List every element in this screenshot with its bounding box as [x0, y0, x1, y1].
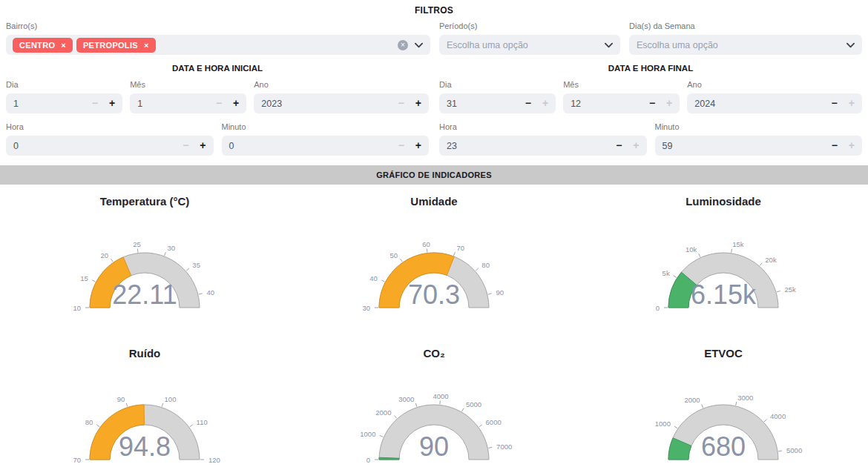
dia-semana-filter: Dia(s) da Semana Escolha uma opção	[629, 21, 862, 55]
field-value: 31	[447, 99, 457, 109]
gauge-tick-label: 90	[117, 395, 125, 403]
datetime-section: DATA E HORA INICIAL Dia 1 −+ Mês 1 −+	[0, 64, 868, 156]
gauge-tick-label: 5k	[662, 269, 670, 277]
gauges-grid: Temperatura (°C)1015202530354022.11Umida…	[0, 195, 868, 466]
minuto-final-input[interactable]: 59 −+	[655, 136, 863, 156]
gauge-tick-label: 2000	[684, 396, 700, 404]
dia-final-input[interactable]: 31 −+	[439, 93, 556, 113]
gauge-tick-label: 120	[208, 456, 220, 464]
gauge-tick-label: 5000	[786, 446, 802, 454]
gauge-chart: 05k10k15k20k25k6.15k	[627, 213, 820, 314]
dia-inicial-field: Dia 1 −+	[6, 80, 122, 113]
field-label: Dia	[6, 80, 122, 89]
selected-tag: CENTRO×	[13, 38, 73, 53]
dia-semana-select[interactable]: Escolha uma opção	[629, 35, 862, 55]
field-label: Minuto	[655, 122, 863, 131]
gauge-value: 680	[701, 431, 746, 462]
decrement-button[interactable]: −	[183, 136, 188, 156]
gauge-chart: 3040506070809070.3	[338, 213, 530, 314]
chevron-down-icon[interactable]	[415, 42, 423, 48]
ano-final-input[interactable]: 2024 −+	[687, 93, 862, 113]
increment-button[interactable]: +	[666, 93, 672, 113]
datetime-initial: DATA E HORA INICIAL Dia 1 −+ Mês 1 −+	[6, 64, 429, 156]
mes-final-input[interactable]: 12 −+	[563, 93, 680, 113]
gauge-tick-label: 4000	[770, 412, 786, 420]
mes-final-field: Mês 12 −+	[563, 80, 680, 113]
increment-button[interactable]: +	[415, 136, 421, 156]
bairro-tags: CENTRO×PETROPOLIS×	[9, 38, 398, 53]
gauge-title: CO₂	[423, 347, 444, 360]
tag-label: CENTRO	[19, 41, 55, 50]
field-value: 2023	[261, 99, 282, 109]
gauge-chart: 10002000300040005000680	[627, 365, 820, 466]
gauge-tick-label: 60	[422, 240, 430, 248]
gauge-chart: 70809010011012094.8	[48, 365, 241, 466]
decrement-button[interactable]: −	[832, 136, 838, 156]
field-value: 0	[229, 141, 234, 151]
gauge-chart: 0100020003000400050006000700090	[338, 365, 530, 466]
datetime-final: DATA E HORA FINAL Dia 31 −+ Mês 12 −+	[439, 64, 862, 156]
field-label: Minuto	[222, 122, 430, 131]
hora-final-field: Hora 23 −+	[439, 122, 647, 156]
ano-inicial-input[interactable]: 2023 −+	[254, 93, 429, 113]
decrement-button[interactable]: −	[525, 93, 531, 113]
gauge-temperatura-c: Temperatura (°C)1015202530354022.11	[0, 195, 289, 314]
tag-label: PETROPOLIS	[83, 41, 138, 50]
minuto-final-field: Minuto 59 −+	[655, 122, 863, 156]
periodo-filter: Período(s) Escolha uma opção	[439, 21, 620, 55]
gauge-chart: 1015202530354022.11	[48, 213, 241, 314]
gauge-tick-label: 20	[101, 251, 109, 259]
dia-final-field: Dia 31 −+	[439, 80, 556, 113]
hora-inicial-input[interactable]: 0 −+	[6, 136, 214, 156]
field-label: Hora	[6, 122, 214, 131]
minuto-inicial-input[interactable]: 0 −+	[222, 136, 430, 156]
gauge-co: CO₂0100020003000400050006000700090	[289, 347, 579, 466]
gauge-value: 90	[419, 431, 449, 462]
decrement-button[interactable]: −	[832, 93, 838, 113]
gauge-value: 70.3	[408, 279, 460, 310]
chevron-down-icon[interactable]	[605, 42, 613, 48]
gauge-title: Luminosidade	[685, 195, 761, 208]
dia-semana-placeholder: Escolha uma opção	[637, 40, 846, 50]
gauge-tick-label: 30	[362, 304, 370, 312]
gauge-tick-label: 70	[457, 244, 465, 252]
increment-button[interactable]: +	[233, 93, 239, 113]
bairro-multiselect[interactable]: CENTRO×PETROPOLIS× ×	[6, 35, 430, 55]
decrement-button[interactable]: −	[616, 136, 622, 156]
decrement-button[interactable]: −	[398, 93, 404, 113]
remove-tag-icon[interactable]: ×	[144, 41, 149, 50]
clear-selection-icon[interactable]: ×	[398, 40, 408, 50]
dia-inicial-input[interactable]: 1 −+	[6, 93, 122, 113]
hora-final-input[interactable]: 23 −+	[439, 136, 647, 156]
increment-button[interactable]: +	[633, 136, 639, 156]
gauge-tick-label: 80	[481, 261, 490, 269]
increment-button[interactable]: +	[415, 93, 421, 113]
gauge-tick-label: 30	[168, 244, 176, 252]
decrement-button[interactable]: −	[649, 93, 655, 113]
filters-row: Bairro(s) CENTRO×PETROPOLIS× × Período(s…	[0, 21, 868, 55]
gauge-title: ETVOC	[704, 347, 743, 360]
field-label: Hora	[439, 122, 647, 131]
decrement-button[interactable]: −	[398, 136, 404, 156]
field-label: Mês	[130, 80, 246, 89]
increment-button[interactable]: +	[200, 136, 206, 156]
field-value: 1	[13, 99, 19, 109]
chevron-down-icon[interactable]	[846, 42, 855, 48]
periodo-select[interactable]: Escolha uma opção	[439, 35, 620, 55]
field-label: Ano	[254, 80, 429, 89]
gauge-tick-label: 70	[73, 456, 81, 464]
filters-title: FILTROS	[0, 0, 868, 16]
gauge-luminosidade: Luminosidade05k10k15k20k25k6.15k	[579, 195, 868, 314]
field-label: Dia	[439, 80, 556, 89]
remove-tag-icon[interactable]: ×	[61, 41, 66, 50]
decrement-button[interactable]: −	[216, 93, 222, 113]
decrement-button[interactable]: −	[92, 93, 98, 113]
gauge-tick-label: 40	[207, 288, 215, 297]
increment-button[interactable]: +	[542, 93, 548, 113]
increment-button[interactable]: +	[849, 136, 855, 156]
mes-inicial-input[interactable]: 1 −+	[130, 93, 246, 113]
dia-semana-label: Dia(s) da Semana	[629, 21, 862, 30]
gauge-value: 94.8	[119, 431, 171, 462]
increment-button[interactable]: +	[849, 93, 855, 113]
increment-button[interactable]: +	[109, 93, 115, 113]
